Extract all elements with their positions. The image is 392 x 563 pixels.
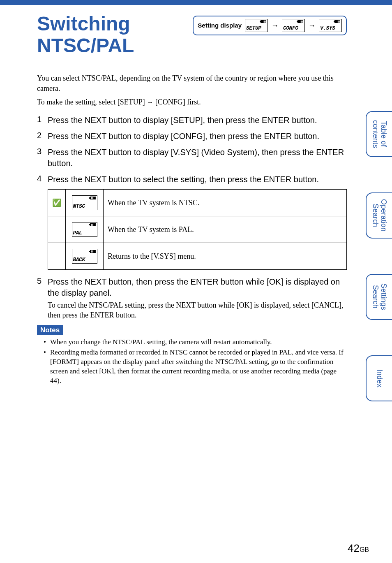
step-4-text: Press the NEXT button to select the sett… [48,174,347,185]
tab-operation-search[interactable]: Operation Search [366,192,392,239]
table-row: ✅ NTSC When the TV system is NTSC. [48,190,347,216]
notes-label: Notes [37,325,63,335]
lcd-setup-text: SETUP [246,25,261,31]
step-number: 2 [37,131,42,140]
lcd-confg: CONFG [282,19,305,32]
lcd-vsys: V.SYS [319,19,342,32]
lcd-confg-text: CONFG [283,25,298,31]
top-accent-bar [0,0,392,5]
lcd-pal-text: PAL [73,230,82,236]
setting-display-box: Setting display SETUP → CONFG → V.SYS [193,16,347,35]
arrow-right-icon: → [308,21,316,30]
lcd-cell: NTSC [66,190,104,216]
option-desc-pal: When the TV system is PAL. [104,216,347,243]
page-suffix: GB [360,546,369,553]
step-number: 4 [37,174,42,183]
step-1: 1 Press the NEXT button to display [SETU… [37,115,347,126]
tab-index[interactable]: Index [366,355,392,401]
step-5-text: Press the NEXT button, then press the EN… [48,276,347,299]
page-title: Switching NTSC/PAL [37,13,184,57]
intro-p2-b: [CONFG] first. [153,98,201,106]
setting-display-label: Setting display [198,22,242,29]
lcd-ntsc: NTSC [72,195,97,210]
notes-list: When you change the NTSC/PAL setting, th… [37,338,347,386]
step-number: 3 [37,147,42,156]
tab-settings-search[interactable]: Settings Search [366,274,392,320]
default-check-cell: ✅ [48,190,66,216]
battery-icon [90,197,96,199]
lcd-cell: BACK [66,243,104,270]
tab-table-of-contents[interactable]: Table of contents [366,111,392,157]
battery-icon [90,250,96,253]
title-row: Switching NTSC/PAL Setting display SETUP… [37,13,347,57]
intro-p2-a: To make the setting, select [SETUP] [37,98,147,106]
step-1-text: Press the NEXT button to display [SETUP]… [48,115,347,126]
battery-icon [334,20,340,23]
note-item-1: When you change the NTSC/PAL setting, th… [45,338,347,347]
page-number: 42GB [348,542,369,555]
lcd-setup: SETUP [245,19,268,32]
side-tabs: Table of contents Operation Search Setti… [366,111,392,401]
battery-icon [261,20,266,23]
lcd-pal: PAL [72,222,97,237]
intro-paragraph-1: You can select NTSC/PAL, depending on th… [37,73,347,94]
arrow-right-icon: → [271,21,279,30]
intro-paragraph-2: To make the setting, select [SETUP] → [C… [37,97,347,107]
arrow-right-icon: → [147,99,153,106]
lcd-back-text: BACK [73,257,85,263]
step-5-subtext: To cancel the NTSC/PAL setting, press th… [48,300,347,320]
check-icon: ✅ [52,199,61,207]
options-table: ✅ NTSC When the TV system is NTSC. [48,189,347,270]
step-4: 4 Press the NEXT button to select the se… [37,174,347,270]
lcd-back: BACK [72,249,97,264]
page-num: 42 [348,542,360,554]
table-row: BACK Returns to the [V.SYS] menu. [48,243,347,270]
setting-display-label-text: Setting display [198,22,242,29]
lcd-vsys-text: V.SYS [320,25,335,31]
empty-check-cell [48,243,66,270]
lcd-ntsc-text: NTSC [73,203,85,209]
content-area: Switching NTSC/PAL Setting display SETUP… [0,5,392,394]
option-desc-ntsc: When the TV system is NTSC. [104,190,347,216]
table-row: PAL When the TV system is PAL. [48,216,347,243]
option-desc-back: Returns to the [V.SYS] menu. [104,243,347,270]
step-3: 3 Press the NEXT button to display [V.SY… [37,147,347,169]
empty-check-cell [48,216,66,243]
note-item-2: Recording media formatted or recorded in… [45,348,347,386]
step-2: 2 Press the NEXT button to display [CONF… [37,131,347,142]
step-number: 1 [37,115,42,124]
step-5: 5 Press the NEXT button, then press the … [37,276,347,320]
steps-list: 1 Press the NEXT button to display [SETU… [37,115,347,320]
lcd-cell: PAL [66,216,104,243]
battery-icon [297,20,303,23]
step-3-text: Press the NEXT button to display [V.SYS]… [48,147,347,169]
battery-icon [90,223,96,226]
step-2-text: Press the NEXT button to display [CONFG]… [48,131,347,142]
step-number: 5 [37,276,42,286]
notes-section: Notes When you change the NTSC/PAL setti… [37,325,347,386]
